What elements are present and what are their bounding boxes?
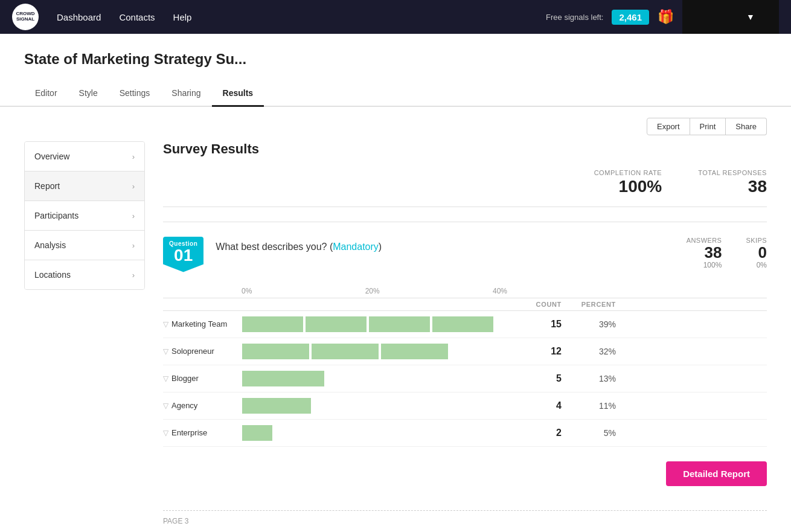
row-count: 15 — [507, 319, 562, 330]
bar-segment — [242, 343, 310, 360]
navbar-right: Free signals left: 2,461 🎁 ▼ — [546, 0, 779, 34]
table-row: ▽ Enterprise 2 5% — [163, 420, 767, 447]
total-responses-block: TOTAL RESPONSES 38 — [698, 169, 767, 197]
bar-segment — [305, 316, 367, 333]
row-label-text: Marketing Team — [171, 319, 227, 328]
bar-segment — [432, 316, 494, 333]
bar-segment — [368, 316, 431, 333]
row-label-text: Solopreneur — [171, 347, 214, 356]
answers-block: Answers 38 100% — [687, 237, 722, 270]
row-percent: 13% — [562, 374, 616, 383]
axis-20: 20% — [365, 287, 380, 295]
table-row: ▽ Blogger 5 13% — [163, 365, 767, 393]
main-layout: Overview › Report › Participants › Analy… — [0, 141, 791, 532]
page-container: State of Marketing Strategy Su... Editor… — [0, 34, 791, 532]
completion-rate-label: COMPLETION RATE — [594, 169, 662, 176]
filter-icon: ▽ — [163, 374, 168, 383]
sidebar-label-report: Report — [34, 181, 60, 191]
completion-rate-block: COMPLETION RATE 100% — [594, 169, 662, 197]
answers-label: Answers — [687, 237, 722, 244]
sidebar-label-locations: Locations — [34, 270, 71, 280]
sidebar-item-overview[interactable]: Overview › — [25, 142, 144, 171]
chevron-right-icon: › — [132, 182, 135, 191]
chart-axis: 0% 20% 40% — [242, 287, 507, 295]
chevron-right-icon: › — [132, 211, 135, 220]
chevron-down-icon: ▼ — [746, 12, 755, 22]
skips-value: 0 — [746, 244, 767, 261]
logo[interactable]: CROWD SIGNAL — [12, 4, 39, 30]
bar-container — [242, 343, 507, 360]
chart-rows: ▽ Marketing Team 15 39% ▽ Solopreneur 12… — [163, 311, 767, 447]
axis-0: 0% — [242, 287, 252, 295]
row-label: ▽ Agency — [163, 401, 242, 410]
sidebar-label-overview: Overview — [34, 152, 69, 161]
question-badge-num: 01 — [169, 247, 197, 264]
filter-icon: ▽ — [163, 402, 168, 410]
table-row: ▽ Solopreneur 12 32% — [163, 338, 767, 365]
axis-40: 40% — [493, 287, 507, 295]
gift-icon[interactable]: 🎁 — [658, 9, 674, 25]
nav-contacts[interactable]: Contacts — [119, 12, 155, 22]
question-block: Question 01 What best describes you? (Ma… — [163, 222, 767, 525]
skips-pct: 0% — [746, 261, 767, 269]
row-count: 2 — [507, 428, 562, 438]
logo-text: CROWD SIGNAL — [16, 11, 34, 22]
question-badge: Question 01 — [163, 237, 203, 272]
tab-style[interactable]: Style — [68, 82, 109, 107]
answers-pct: 100% — [687, 261, 722, 269]
bar-container — [242, 316, 507, 333]
tab-editor[interactable]: Editor — [24, 82, 68, 107]
completion-rate-value: 100% — [594, 176, 662, 197]
bar-container — [242, 397, 507, 414]
bar-segment — [242, 370, 325, 387]
question-stats: Answers 38 100% Skips 0 0% — [687, 237, 767, 270]
sidebar-item-participants[interactable]: Participants › — [25, 201, 144, 231]
tab-sharing[interactable]: Sharing — [161, 82, 211, 107]
row-label-text: Enterprise — [171, 428, 207, 437]
sidebar-item-locations[interactable]: Locations › — [25, 260, 144, 289]
sidebar-label-participants: Participants — [34, 211, 78, 220]
total-responses-value: 38 — [698, 176, 767, 197]
row-count: 12 — [507, 346, 562, 357]
page-title: State of Marketing Strategy Su... — [24, 51, 767, 68]
signals-count: 2,461 — [612, 10, 649, 25]
navbar: CROWD SIGNAL Dashboard Contacts Help Fre… — [0, 0, 791, 34]
chevron-right-icon: › — [132, 241, 135, 250]
user-menu-button[interactable]: ▼ — [682, 0, 779, 34]
bar-container — [242, 425, 507, 441]
detailed-report-button[interactable]: Detailed Report — [666, 461, 767, 486]
skips-block: Skips 0 0% — [746, 237, 767, 270]
row-percent: 11% — [562, 401, 616, 411]
share-button[interactable]: Share — [726, 118, 767, 135]
tab-results[interactable]: Results — [212, 82, 264, 107]
row-label: ▽ Blogger — [163, 374, 242, 383]
signals-label: Free signals left: — [546, 13, 603, 22]
content-area: Survey Results COMPLETION RATE 100% TOTA… — [145, 141, 767, 525]
question-mandatory: Mandatory — [333, 242, 379, 252]
question-text-area: What best describes you? (Mandatory) — [216, 237, 674, 252]
chart-area: 0% 20% 40% COUNT PERCENT ▽ Marketing Tea… — [163, 287, 767, 447]
nav-help[interactable]: Help — [173, 12, 192, 22]
print-button[interactable]: Print — [690, 118, 726, 135]
sidebar-item-analysis[interactable]: Analysis › — [25, 231, 144, 260]
row-percent: 5% — [562, 428, 616, 438]
skips-label: Skips — [746, 237, 767, 244]
chevron-right-icon: › — [132, 152, 135, 161]
chevron-right-icon: › — [132, 271, 135, 280]
detailed-report-row: Detailed Report — [163, 461, 767, 492]
bar-segment — [242, 425, 273, 441]
question-text-suffix: ) — [379, 242, 382, 252]
nav-dashboard[interactable]: Dashboard — [57, 12, 101, 22]
chart-col-headers: COUNT PERCENT — [163, 298, 767, 311]
table-row: ▽ Marketing Team 15 39% — [163, 311, 767, 338]
export-button[interactable]: Export — [647, 118, 690, 135]
nav-links: Dashboard Contacts Help — [57, 12, 528, 22]
tab-settings[interactable]: Settings — [109, 82, 161, 107]
col-header-percent: PERCENT — [562, 301, 616, 308]
col-header-count: COUNT — [507, 301, 562, 308]
bar-segment — [311, 343, 379, 360]
row-label-text: Blogger — [171, 374, 199, 383]
page-header: State of Marketing Strategy Su... — [0, 34, 791, 68]
sidebar-item-report[interactable]: Report › — [25, 171, 144, 201]
filter-icon: ▽ — [163, 320, 168, 328]
